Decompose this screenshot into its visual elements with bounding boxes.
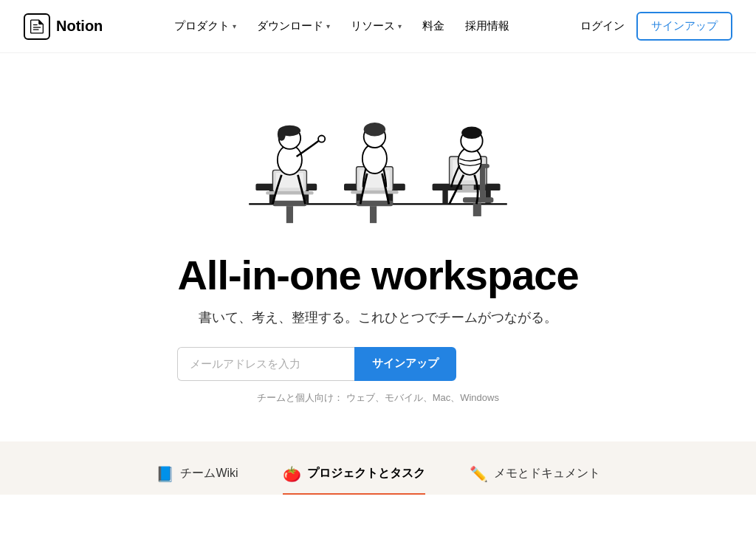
tab-projects-label: プロジェクトとタスク: [307, 466, 425, 481]
notes-icon: ✏️: [470, 465, 488, 483]
svg-rect-3: [33, 24, 38, 24]
svg-rect-12: [286, 206, 293, 223]
svg-rect-39: [473, 203, 481, 216]
teamwiki-icon: 📘: [156, 465, 174, 483]
projects-icon: 🍅: [283, 465, 301, 483]
tab-notes-label: メモとドキュメント: [494, 466, 600, 481]
nav-careers[interactable]: 採用情報: [465, 19, 509, 33]
tab-teamwiki[interactable]: 📘 チームWiki: [156, 465, 238, 495]
svg-rect-10: [266, 191, 313, 195]
signup-main-button[interactable]: サインアップ: [354, 347, 456, 381]
svg-rect-34: [462, 185, 474, 190]
svg-rect-2: [33, 29, 39, 30]
login-button[interactable]: ログイン: [580, 19, 625, 33]
header: Notion プロダクト ▾ ダウンロード ▾ リソース ▾ 料金 採用情報 ロ…: [0, 0, 756, 53]
svg-point-42: [461, 127, 482, 140]
tab-projects[interactable]: 🍅 プロジェクトとタスク: [283, 465, 425, 495]
signup-header-button[interactable]: サインアップ: [636, 12, 732, 41]
hero-subtitle: 書いて、考え、整理する。これひとつでチームがつながる。: [177, 309, 578, 326]
main-content: All-in-one workspace 書いて、考え、整理する。これひとつでチ…: [0, 53, 756, 495]
chevron-down-icon: ▾: [326, 22, 330, 30]
logo-area[interactable]: Notion: [24, 13, 103, 40]
notion-logo-icon: [24, 13, 50, 40]
chevron-down-icon: ▾: [233, 22, 236, 30]
nav-resources[interactable]: リソース ▾: [351, 19, 402, 33]
hero-title: All-in-one workspace: [177, 252, 578, 298]
illustration-area: [0, 53, 756, 245]
svg-rect-30: [442, 190, 447, 204]
tab-teamwiki-label: チームWiki: [180, 466, 238, 481]
nav-actions: ログイン サインアップ: [580, 12, 732, 41]
platform-text: チームと個人向け： ウェブ、モバイル、Mac、Windows: [177, 391, 578, 405]
svg-rect-23: [351, 190, 398, 194]
hero-section: All-in-one workspace 書いて、考え、整理する。これひとつでチ…: [177, 245, 578, 427]
email-form: サインアップ: [177, 347, 578, 381]
svg-rect-25: [370, 206, 377, 223]
svg-rect-36: [480, 165, 485, 199]
main-nav: プロダクト ▾ ダウンロード ▾ リソース ▾ 料金 採用情報: [174, 19, 509, 33]
svg-rect-11: [272, 201, 306, 206]
svg-rect-35: [456, 190, 480, 193]
feature-tabs: 📘 チームWiki 🍅 プロジェクトとタスク ✏️ メモとドキュメント: [156, 465, 599, 495]
chevron-down-icon: ▾: [398, 22, 402, 30]
bottom-section: 📘 チームWiki 🍅 プロジェクトとタスク ✏️ メモとドキュメント: [0, 441, 756, 495]
svg-point-28: [364, 123, 385, 136]
nav-download[interactable]: ダウンロード ▾: [257, 19, 330, 33]
hero-illustration: [208, 83, 548, 230]
svg-rect-1: [33, 27, 41, 27]
nav-pricing[interactable]: 料金: [422, 19, 444, 33]
email-input[interactable]: [177, 347, 354, 381]
tab-notes[interactable]: ✏️ メモとドキュメント: [470, 465, 600, 495]
svg-point-17: [318, 135, 325, 142]
nav-product[interactable]: プロダクト ▾: [174, 19, 236, 33]
svg-point-16: [278, 127, 286, 140]
logo-text: Notion: [56, 18, 103, 35]
